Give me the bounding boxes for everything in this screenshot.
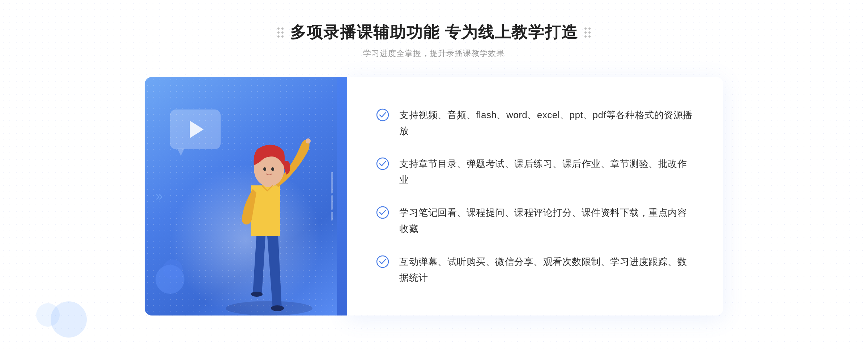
check-icon-1 xyxy=(376,108,389,121)
svg-point-9 xyxy=(377,158,388,169)
check-icon-3 xyxy=(376,206,389,219)
left-chevrons: » xyxy=(156,189,163,203)
feature-item-2: 支持章节目录、弹题考试、课后练习、课后作业、章节测验、批改作业 xyxy=(376,148,694,196)
feature-item-1: 支持视频、音频、flash、word、excel、ppt、pdf等各种格式的资源… xyxy=(376,99,694,147)
character-illustration xyxy=(211,106,327,315)
check-icon-2 xyxy=(376,157,389,170)
feature-text-3: 学习笔记回看、课程提问、课程评论打分、课件资料下载，重点内容收藏 xyxy=(399,205,694,236)
play-triangle-icon xyxy=(190,121,204,138)
check-icon-4 xyxy=(376,255,389,268)
svg-point-1 xyxy=(271,305,284,311)
left-illustration-panel xyxy=(145,77,347,315)
deco-circle-small xyxy=(163,259,183,279)
main-title: 多项录播课辅助功能 专为线上教学打造 xyxy=(290,22,578,43)
feature-text-1: 支持视频、音频、flash、word、excel、ppt、pdf等各种格式的资源… xyxy=(399,107,694,139)
header-subtitle: 学习进度全掌握，提升录播课教学效果 xyxy=(277,48,591,59)
header-section: 多项录播课辅助功能 专为线上教学打造 学习进度全掌握，提升录播课教学效果 xyxy=(277,22,591,59)
side-strip-deco xyxy=(337,77,347,315)
main-content: » xyxy=(145,77,723,315)
svg-point-10 xyxy=(377,207,388,218)
right-features-panel: 支持视频、音频、flash、word、excel、ppt、pdf等各种格式的资源… xyxy=(347,77,723,315)
right-dots-deco xyxy=(584,27,591,38)
feature-item-3: 学习笔记回看、课程提问、课程评论打分、课件资料下载，重点内容收藏 xyxy=(376,197,694,245)
svg-point-6 xyxy=(271,167,274,171)
svg-point-5 xyxy=(263,167,266,171)
svg-point-8 xyxy=(377,109,388,121)
feature-text-2: 支持章节目录、弹题考试、课后练习、课后作业、章节测验、批改作业 xyxy=(399,156,694,188)
deco-stripes xyxy=(331,172,333,221)
left-chevron-icon: » xyxy=(156,189,163,203)
outer-deco-circle-2 xyxy=(36,303,60,327)
feature-text-4: 互动弹幕、试听购买、微信分享、观看次数限制、学习进度跟踪、数据统计 xyxy=(399,254,694,286)
svg-point-11 xyxy=(377,256,388,267)
page-wrapper: 多项录播课辅助功能 专为线上教学打造 学习进度全掌握，提升录播课教学效果 » xyxy=(0,0,868,352)
header-title-row: 多项录播课辅助功能 专为线上教学打造 xyxy=(277,22,591,43)
svg-point-7 xyxy=(306,138,311,143)
feature-item-4: 互动弹幕、试听购买、微信分享、观看次数限制、学习进度跟踪、数据统计 xyxy=(376,246,694,293)
left-dots-deco xyxy=(277,27,284,38)
svg-point-2 xyxy=(251,292,263,297)
svg-point-0 xyxy=(226,301,312,315)
